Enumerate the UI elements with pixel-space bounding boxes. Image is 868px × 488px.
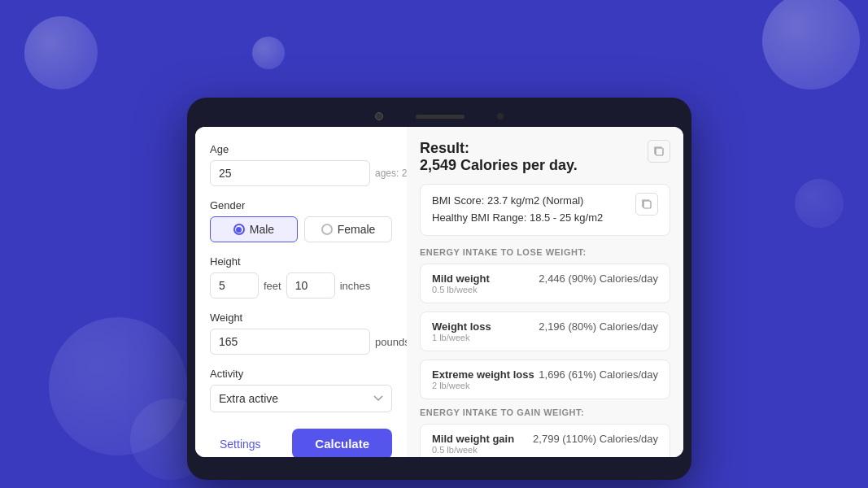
age-input[interactable]	[210, 160, 370, 186]
activity-group: Activity Extra active Sedentary Lightly …	[210, 368, 392, 412]
energy-value: 2,446 (90%) Calories/day	[539, 272, 658, 285]
energy-sub: 0.5 lb/week	[432, 285, 490, 294]
copy-bmi-icon	[641, 198, 652, 210]
lose-items-container: Mild weight 0.5 lb/week 2,446 (90%) Calo…	[420, 264, 670, 399]
bmi-score: BMI Score: 23.7 kg/m2 (Normal)	[432, 193, 603, 210]
energy-label: Extreme weight loss	[432, 368, 534, 381]
right-panel: Result: 2,549 Calories per day. BMI Scor…	[407, 127, 683, 457]
energy-value: 2,799 (110%) Calories/day	[533, 433, 658, 445]
age-group: Age ages: 2 - 120	[210, 143, 392, 186]
copy-icon	[653, 146, 665, 157]
energy-row: Weight loss 1 lb/week 2,196 (80%) Calori…	[432, 320, 658, 342]
energy-info: Mild weight gain 0.5 lb/week	[432, 433, 514, 455]
lose-weight-item: Mild weight 0.5 lb/week 2,446 (90%) Calo…	[420, 264, 670, 303]
tablet-top-bar	[195, 106, 683, 127]
lose-weight-title: ENERGY INTAKE TO LOSE WEIGHT:	[420, 247, 670, 257]
result-label: Result:	[420, 140, 578, 157]
height-label: Height	[210, 255, 392, 268]
energy-value: 2,196 (80%) Calories/day	[539, 320, 658, 333]
blob-4	[49, 317, 187, 455]
tablet-screen: Age ages: 2 - 120 Gender Male Female	[195, 127, 683, 457]
bmi-card: BMI Score: 23.7 kg/m2 (Normal) Healthy B…	[420, 184, 670, 236]
lose-weight-item: Extreme weight loss 2 lb/week 1,696 (61%…	[420, 359, 670, 399]
feet-unit-label: feet	[264, 280, 281, 292]
speaker-icon	[416, 115, 465, 119]
gender-female-label: Female	[338, 223, 376, 236]
energy-sub: 1 lb/week	[432, 333, 491, 342]
weight-label: Weight	[210, 312, 392, 324]
tablet-frame: Age ages: 2 - 120 Gender Male Female	[187, 98, 691, 480]
age-label: Age	[210, 143, 392, 155]
gender-female-option[interactable]: Female	[304, 216, 392, 242]
energy-sub: 0.5 lb/week	[432, 445, 514, 455]
energy-sub: 2 lb/week	[432, 381, 534, 390]
energy-row: Mild weight 0.5 lb/week 2,446 (90%) Calo…	[432, 272, 658, 294]
blob-2	[252, 37, 285, 69]
result-title-block: Result: 2,549 Calories per day.	[420, 140, 578, 174]
energy-row: Extreme weight loss 2 lb/week 1,696 (61%…	[432, 368, 658, 390]
calculate-button[interactable]: Calculate	[292, 429, 392, 457]
svg-rect-0	[656, 148, 663, 155]
energy-info: Extreme weight loss 2 lb/week	[432, 368, 534, 390]
female-radio-dot	[321, 224, 333, 235]
lose-weight-item: Weight loss 1 lb/week 2,196 (80%) Calori…	[420, 312, 670, 351]
blob-1	[24, 16, 98, 89]
energy-label: Mild weight	[432, 272, 490, 285]
gain-weight-title: ENERGY INTAKE TO GAIN WEIGHT:	[420, 407, 670, 417]
energy-label: Mild weight gain	[432, 433, 514, 445]
height-group: Height feet inches	[210, 255, 392, 298]
gender-label: Gender	[210, 199, 392, 211]
gender-male-option[interactable]: Male	[210, 216, 298, 242]
settings-button[interactable]: Settings	[210, 431, 271, 457]
gender-male-label: Male	[250, 223, 274, 236]
energy-label: Weight loss	[432, 320, 491, 333]
svg-rect-1	[643, 201, 651, 208]
blob-3	[762, 0, 860, 89]
front-camera-icon	[375, 112, 383, 120]
result-calories: 2,549 Calories per day.	[420, 157, 578, 174]
height-feet-input[interactable]	[210, 272, 259, 298]
bmi-range: Healthy BMI Range: 18.5 - 25 kg/m2	[432, 210, 603, 227]
energy-row: Mild weight gain 0.5 lb/week 2,799 (110%…	[432, 433, 658, 455]
blob-6	[795, 179, 844, 228]
result-header: Result: 2,549 Calories per day.	[420, 140, 670, 174]
weight-input[interactable]	[210, 329, 370, 355]
weight-group: Weight pounds	[210, 312, 392, 355]
activity-label: Activity	[210, 368, 392, 380]
activity-select[interactable]: Extra active Sedentary Lightly active Mo…	[210, 385, 392, 412]
age-hint: ages: 2 - 120	[375, 168, 407, 179]
male-radio-dot	[233, 224, 245, 235]
gender-group: Gender Male Female	[210, 199, 392, 242]
energy-info: Weight loss 1 lb/week	[432, 320, 491, 342]
bmi-text-block: BMI Score: 23.7 kg/m2 (Normal) Healthy B…	[432, 193, 603, 227]
left-panel: Age ages: 2 - 120 Gender Male Female	[195, 127, 407, 457]
energy-value: 1,696 (61%) Calories/day	[539, 368, 658, 381]
height-inches-input[interactable]	[286, 272, 335, 298]
inches-unit-label: inches	[340, 280, 371, 292]
gain-items-container: Mild weight gain 0.5 lb/week 2,799 (110%…	[420, 424, 670, 457]
sensor-icon	[497, 113, 504, 120]
action-row: Settings Calculate	[210, 429, 392, 457]
pounds-unit-label: pounds	[375, 336, 407, 348]
copy-bmi-button[interactable]	[635, 193, 658, 216]
energy-info: Mild weight 0.5 lb/week	[432, 272, 490, 294]
gain-weight-item: Mild weight gain 0.5 lb/week 2,799 (110%…	[420, 424, 670, 457]
copy-result-button[interactable]	[648, 140, 670, 163]
